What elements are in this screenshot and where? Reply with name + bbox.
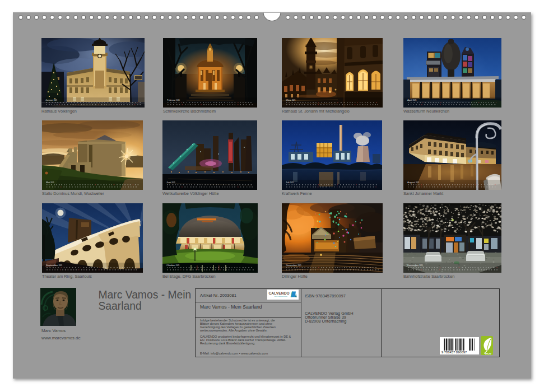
svg-text:Oktober 2025: Oktober 2025 [166, 264, 180, 267]
svg-text:Juli 2025: Juli 2025 [286, 181, 294, 184]
svg-text:November 2025: November 2025 [286, 264, 301, 267]
svg-text:September 2025: September 2025 [46, 264, 62, 267]
svg-text:Juni 2025: Juni 2025 [166, 181, 175, 184]
svg-text:Mai 2025: Mai 2025 [46, 181, 54, 184]
svg-text:April 2025: April 2025 [407, 99, 417, 101]
svg-text:August 2025: August 2025 [407, 181, 420, 184]
svg-text:März 2025: März 2025 [286, 99, 296, 101]
svg-text:Januar 2025: Januar 2025 [45, 99, 57, 101]
svg-text:Dezember 2025: Dezember 2025 [407, 264, 423, 267]
svg-text:9 783457 890097: 9 783457 890097 [441, 351, 467, 354]
svg-text:eco: eco [485, 351, 491, 355]
svg-text:Februar 2025: Februar 2025 [167, 99, 180, 101]
